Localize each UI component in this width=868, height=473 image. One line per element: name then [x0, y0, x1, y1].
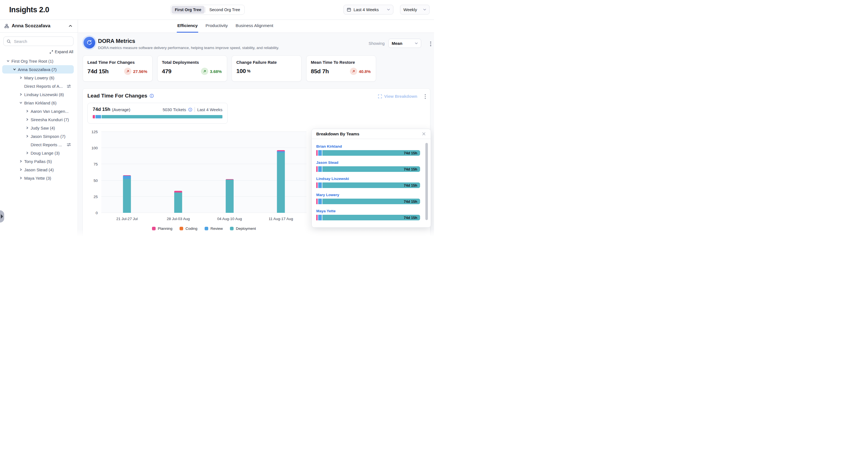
- chevron-right-icon[interactable]: [26, 135, 29, 138]
- sidebar-owner-name: Anna Scozzafava: [12, 23, 51, 29]
- org-tree-toggle: First Org TreeSecond Org Tree: [170, 5, 245, 15]
- chevron-right-icon[interactable]: [20, 76, 22, 79]
- tree-item[interactable]: Lindsay Liszewski (8): [2, 90, 74, 98]
- team-breakdown-row: Lindsay Liszewski74d 15h: [316, 176, 420, 188]
- sidebar-collapse-handle[interactable]: [0, 210, 4, 223]
- date-range-select[interactable]: Last 4 Weeks: [343, 5, 393, 14]
- filter-sliders-icon[interactable]: [67, 143, 71, 147]
- legend-item-review: Review: [205, 227, 223, 231]
- metric-card-title: Change Failure Rate: [236, 60, 297, 65]
- chevron-right-icon[interactable]: [20, 93, 22, 96]
- bar-segment-deployment: 74d 15h: [322, 166, 420, 172]
- org-tree: First Org Tree Root (1)Anna Scozzafava (…: [0, 57, 78, 182]
- tree-item[interactable]: Judy Saw (4): [2, 124, 74, 132]
- app-title: Insights 2.0: [9, 6, 49, 14]
- close-icon[interactable]: [422, 131, 426, 136]
- team-lead-time-value: 74d 15h: [404, 183, 417, 187]
- toggle-divider: [205, 7, 206, 12]
- dora-section-title: DORA Metrics: [98, 38, 135, 44]
- metric-card-value: 85d 7h: [311, 68, 329, 75]
- y-axis-tick-label: 50: [86, 179, 98, 183]
- search-box: [3, 36, 73, 46]
- team-lead-time-bar: 74d 15h: [316, 182, 420, 188]
- bar-segment-planning: [316, 199, 318, 204]
- team-name-link[interactable]: Mary Lowery: [316, 193, 339, 197]
- tab-productivity[interactable]: Productivity: [205, 20, 228, 33]
- bar-segment-deployment: [225, 180, 234, 213]
- team-breakdown-row: Maya Yette74d 15h: [316, 208, 420, 220]
- legend-item-coding: Coding: [180, 227, 197, 231]
- tree-item[interactable]: Direct Reports of A...: [2, 82, 74, 90]
- search-input[interactable]: [13, 39, 70, 44]
- chevron-down-icon[interactable]: [13, 68, 16, 71]
- view-breakdown-label: View Breakdown: [384, 94, 417, 98]
- tree-item-label: Jason Simpson (7): [31, 134, 65, 139]
- expand-all-button[interactable]: Expand All: [50, 50, 73, 54]
- team-name-link[interactable]: Brian Kirkland: [316, 144, 342, 148]
- delta-value: 3.68%: [210, 69, 222, 74]
- chevron-down-icon[interactable]: [7, 60, 9, 62]
- tree-item[interactable]: Direct Reports ...: [2, 140, 74, 149]
- chevron-right-icon[interactable]: [26, 126, 29, 129]
- tickets-count: 5030 Tickets: [162, 107, 186, 112]
- bar-segment-review: [318, 199, 322, 204]
- tree-item[interactable]: Jason Simpson (7): [2, 132, 74, 140]
- chart-kebab-menu[interactable]: [424, 94, 427, 99]
- breakdown-by-teams-panel: Breakdown By Teams Brian Kirkland74d 15h…: [311, 129, 431, 228]
- chevron-right-icon[interactable]: [26, 151, 29, 154]
- date-range-value: Last 4 Weeks: [353, 7, 379, 12]
- tab-efficiency[interactable]: Efficiency: [177, 20, 198, 33]
- team-lead-time-value: 74d 15h: [404, 216, 417, 220]
- tree-item[interactable]: Aaron Van Langen...: [2, 107, 74, 115]
- team-name-link[interactable]: Jason Stead: [316, 160, 339, 165]
- org-tree-option[interactable]: Second Org Tree: [206, 6, 243, 13]
- granularity-select[interactable]: Weekly: [400, 5, 430, 14]
- tree-item[interactable]: Jason Stead (4): [2, 166, 74, 174]
- team-name-link[interactable]: Maya Yette: [316, 209, 336, 213]
- tree-item[interactable]: Brian Kirkland (6): [2, 98, 74, 107]
- chevron-down-icon[interactable]: [20, 101, 22, 104]
- chevron-right-icon[interactable]: [20, 168, 22, 171]
- metric-card-value-row: 100%: [236, 68, 297, 75]
- tree-item-label: Tony Pallas (5): [24, 159, 52, 164]
- tree-item-label: First Org Tree Root (1): [11, 59, 54, 63]
- team-breakdown-row: Brian Kirkland74d 15h: [316, 144, 420, 156]
- panel-scrollbar-thumb[interactable]: [425, 143, 428, 220]
- tree-item[interactable]: Anna Scozzafava (7): [2, 65, 74, 73]
- divider: [194, 107, 195, 112]
- chevron-right-icon[interactable]: [26, 118, 29, 121]
- tree-item-label: Mary Lowery (6): [24, 76, 54, 80]
- tree-item[interactable]: First Org Tree Root (1): [2, 57, 74, 65]
- dora-kebab-menu[interactable]: [430, 41, 432, 47]
- info-icon[interactable]: [150, 94, 154, 98]
- team-name-link[interactable]: Lindsay Liszewski: [316, 177, 349, 181]
- org-tree-option[interactable]: First Org Tree: [172, 6, 205, 13]
- delta-value: 27.56%: [133, 69, 147, 74]
- phase-segment-deployment: [102, 115, 222, 118]
- tree-item[interactable]: Tony Pallas (5): [2, 157, 74, 166]
- tree-item[interactable]: Mary Lowery (6): [2, 73, 74, 82]
- tree-item[interactable]: Maya Yette (3): [2, 174, 74, 182]
- org-tree-sidebar: Anna Scozzafava Expand All First Org Tre…: [0, 20, 78, 237]
- showing-select[interactable]: Mean: [389, 39, 421, 48]
- filter-sliders-icon[interactable]: [67, 84, 71, 88]
- chevron-right-icon[interactable]: [20, 160, 22, 163]
- view-breakdown-button[interactable]: View Breakdown: [378, 94, 417, 98]
- metric-card-value: 74d 15h: [87, 68, 108, 75]
- delta-value: 40.8%: [359, 69, 371, 74]
- legend-swatch: [180, 227, 183, 230]
- chevron-up-icon[interactable]: [68, 24, 73, 28]
- y-axis-tick-label: 125: [86, 130, 98, 134]
- bar-segment-review: [318, 150, 322, 156]
- chevron-right-icon[interactable]: [20, 177, 22, 179]
- tree-item[interactable]: Doug Lange (3): [2, 149, 74, 157]
- metric-card: Change Failure Rate100%: [231, 55, 302, 82]
- top-bar: Insights 2.0 First Org TreeSecond Org Tr…: [0, 0, 434, 20]
- org-chart-icon: [4, 24, 9, 28]
- chevron-right-icon[interactable]: [26, 110, 29, 113]
- calendar-icon: [347, 7, 351, 12]
- tree-item[interactable]: Sireesha Kunduri (7): [2, 115, 74, 124]
- trend-up-arrow-icon: [201, 68, 208, 75]
- tab-business-alignment[interactable]: Business Alignment: [235, 20, 274, 33]
- info-icon[interactable]: [188, 108, 192, 112]
